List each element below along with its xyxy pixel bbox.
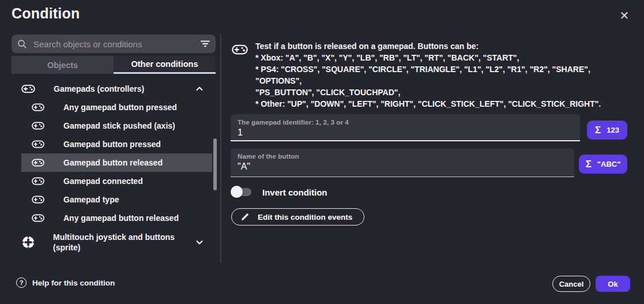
tab-other-conditions[interactable]: Other conditions — [114, 56, 216, 74]
close-icon[interactable]: ✕ — [617, 8, 632, 23]
list-item[interactable]: Any gamepad button released — [21, 209, 212, 227]
group-label: Multitouch joystick and buttons (sprite) — [53, 232, 180, 253]
list-item-label: Gamepad stick pushed (axis) — [63, 121, 175, 130]
search-bar[interactable] — [12, 35, 216, 53]
button-name-field[interactable]: Name of the button — [231, 148, 574, 177]
gamepad-icon — [32, 103, 44, 112]
help-link[interactable]: ? Help for this condition — [16, 277, 115, 288]
list-item[interactable]: Any gamepad button pressed — [21, 98, 212, 117]
expression-builder-button-abc[interactable]: Σ "ABC" — [579, 155, 627, 174]
gamepad-icon — [32, 140, 44, 149]
list-scrollbar[interactable] — [213, 138, 217, 190]
gamepad-icon — [32, 213, 44, 223]
list-item[interactable]: Gamepad button pressed — [21, 135, 212, 153]
filter-icon[interactable] — [201, 40, 210, 47]
list-item-label: Gamepad button pressed — [63, 140, 161, 149]
invert-condition-toggle[interactable] — [231, 185, 253, 200]
list-group-gamepads[interactable]: Gamepads (controllers) — [0, 80, 220, 98]
list-item-label: Any gamepad button released — [63, 213, 179, 223]
list-item[interactable]: Gamepad connected — [21, 172, 212, 190]
list-item-selected[interactable]: Gamepad button released — [21, 153, 212, 172]
gamepad-icon — [21, 84, 35, 94]
help-label: Help for this condition — [32, 279, 115, 287]
question-icon: ? — [16, 277, 27, 288]
invert-condition-row: Invert condition — [231, 185, 327, 200]
panel-divider — [220, 33, 221, 263]
tab-objects[interactable]: Objects — [12, 56, 114, 74]
expression-type-label: 123 — [607, 126, 619, 134]
condition-description: Test if a button is released on a gamepa… — [232, 40, 633, 110]
sigma-icon: Σ — [595, 125, 601, 136]
list-group-multitouch[interactable]: Multitouch joystick and buttons (sprite) — [0, 227, 220, 257]
chevron-up-icon[interactable] — [195, 84, 204, 93]
pencil-icon — [240, 212, 250, 222]
list-item-label: Gamepad button released — [63, 158, 163, 167]
gamepad-icon — [32, 195, 44, 204]
gamepad-icon — [32, 177, 44, 186]
list-item-label: Any gamepad button pressed — [63, 103, 177, 112]
search-input[interactable] — [32, 39, 197, 50]
button-name-input[interactable] — [238, 162, 567, 172]
description-text: Test if a button is released on a gamepa… — [255, 40, 633, 110]
group-label: Gamepads (controllers) — [54, 84, 144, 93]
field-label: The gamepad identifier: 1, 2, 3 or 4 — [238, 119, 573, 126]
cancel-button[interactable]: Cancel — [552, 276, 590, 292]
conditions-list: Gamepads (controllers) Any gamepad butto… — [0, 80, 220, 257]
gamepad-icon — [232, 44, 248, 55]
dialog-title: Condition — [12, 5, 80, 22]
list-item[interactable]: Gamepad type — [21, 190, 212, 209]
ok-button[interactable]: Ok — [596, 276, 630, 292]
tab-bar: Objects Other conditions — [12, 56, 216, 74]
edit-button-label: Edit this condition events — [258, 213, 352, 222]
list-item-label: Gamepad connected — [63, 177, 143, 186]
list-item[interactable]: Gamepad stick pushed (axis) — [21, 117, 212, 135]
expression-type-label: "ABC" — [597, 160, 621, 168]
condition-dialog: Condition ✕ Objects Other conditions Gam… — [0, 0, 644, 304]
sigma-icon: Σ — [586, 159, 592, 170]
gamepad-identifier-input[interactable] — [238, 127, 573, 138]
search-icon — [17, 39, 27, 48]
invert-condition-label: Invert condition — [262, 187, 327, 197]
joystick-dpad-icon — [21, 235, 35, 249]
chevron-down-icon[interactable] — [195, 238, 204, 247]
list-item-label: Gamepad type — [63, 195, 119, 204]
gamepad-icon — [32, 158, 44, 167]
gamepad-identifier-field[interactable]: The gamepad identifier: 1, 2, 3 or 4 — [231, 114, 580, 141]
expression-builder-button-123[interactable]: Σ 123 — [587, 121, 627, 140]
gamepad-icon — [32, 121, 44, 130]
edit-condition-events-button[interactable]: Edit this condition events — [231, 208, 364, 226]
field-label: Name of the button — [238, 153, 567, 160]
toggle-thumb[interactable] — [231, 186, 243, 198]
